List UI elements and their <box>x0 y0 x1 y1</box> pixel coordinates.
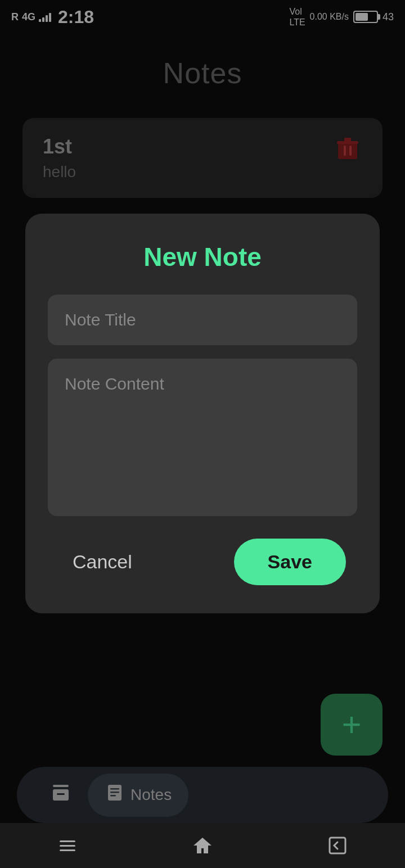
home-nav-button[interactable] <box>190 833 215 858</box>
dialog-buttons: Cancel Save <box>48 539 357 585</box>
menu-icon <box>55 833 80 858</box>
cancel-button[interactable]: Cancel <box>59 542 146 582</box>
dialog-overlay: New Note Cancel Save <box>0 0 405 868</box>
svg-rect-14 <box>60 849 75 851</box>
new-note-dialog: New Note Cancel Save <box>25 214 380 613</box>
back-icon <box>325 833 350 858</box>
note-title-input[interactable] <box>48 295 357 345</box>
note-content-input[interactable] <box>48 359 357 516</box>
home-icon <box>190 833 215 858</box>
dialog-title: New Note <box>48 242 357 272</box>
menu-nav-button[interactable] <box>55 833 80 858</box>
save-button[interactable]: Save <box>234 539 346 585</box>
system-nav-bar <box>0 823 405 868</box>
svg-rect-12 <box>60 840 75 842</box>
back-nav-button[interactable] <box>325 833 350 858</box>
svg-rect-15 <box>330 838 345 853</box>
svg-rect-13 <box>60 845 75 847</box>
